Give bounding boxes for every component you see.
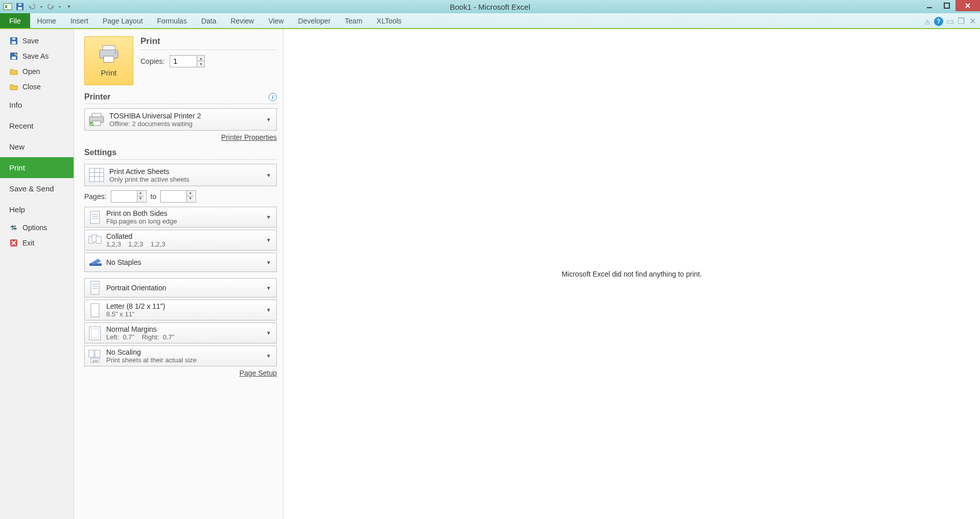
tab-xltools[interactable]: XLTools	[370, 13, 409, 28]
svg-point-19	[115, 52, 116, 53]
info-icon[interactable]: i	[269, 93, 277, 101]
margins-sub: Left: 0.7" Right: 0.7"	[106, 333, 260, 341]
ribbon-window-minimize-icon[interactable]: ▭	[945, 17, 954, 26]
staples-dropdown[interactable]: No Staples ▼	[84, 253, 277, 272]
settings-heading-label: Settings	[84, 148, 116, 157]
tab-home[interactable]: Home	[30, 13, 63, 28]
qat-dropdown-icon[interactable]: ▾	[57, 1, 62, 12]
svg-rect-41	[91, 304, 99, 317]
ribbon-window-restore-icon[interactable]: ❐	[957, 17, 966, 26]
minimize-ribbon-icon[interactable]: ◬	[923, 17, 932, 26]
sidebar-item-recent[interactable]: Recent	[0, 115, 74, 136]
minimize-button[interactable]	[921, 0, 938, 11]
sidebar-item-exit[interactable]: Exit	[0, 235, 74, 251]
paper-title: Letter (8 1/2 x 11")	[106, 302, 260, 310]
staples-title: No Staples	[106, 258, 260, 266]
duplex-icon	[88, 210, 102, 225]
svg-rect-29	[90, 211, 100, 224]
settings-section-header: Settings	[84, 148, 277, 160]
sidebar-item-save[interactable]: Save	[0, 33, 74, 48]
tab-view[interactable]: View	[261, 13, 291, 28]
pages-to-label: to	[151, 192, 157, 201]
sidebar-item-options[interactable]: Options	[0, 220, 74, 235]
tab-team[interactable]: Team	[338, 13, 369, 28]
copies-input[interactable]: ▲ ▼	[170, 55, 205, 67]
copies-field[interactable]	[170, 56, 197, 66]
scaling-sub: Print sheets at their actual size	[106, 356, 260, 364]
pages-to-input[interactable]: ▲▼	[160, 190, 196, 203]
window-controls	[921, 0, 980, 13]
ribbon-window-close-icon[interactable]: ✕	[968, 17, 977, 26]
printer-properties-link[interactable]: Printer Properties	[221, 133, 277, 141]
options-icon	[9, 223, 18, 232]
sidebar-item-label: Save As	[22, 52, 49, 60]
tab-page-layout[interactable]: Page Layout	[95, 13, 150, 28]
chevron-down-icon: ▼	[264, 172, 273, 178]
sidebar-item-save-as[interactable]: Save As	[0, 48, 74, 64]
scaling-icon: 100	[88, 349, 102, 363]
chevron-down-icon: ▼	[264, 307, 273, 313]
pages-to-field[interactable]	[161, 191, 186, 202]
save-icon[interactable]	[14, 1, 26, 12]
qat-customize-icon[interactable]: ▼	[63, 1, 75, 12]
print-what-dropdown[interactable]: Print Active Sheets Only print the activ…	[84, 164, 277, 186]
scaling-dropdown[interactable]: 100 No Scaling Print sheets at their act…	[84, 345, 277, 366]
svg-rect-4	[927, 7, 932, 8]
tab-insert[interactable]: Insert	[63, 13, 95, 28]
sidebar-item-close[interactable]: Close	[0, 79, 74, 94]
duplex-dropdown[interactable]: Print on Both Sides Flip pages on long e…	[84, 207, 277, 228]
orientation-dropdown[interactable]: Portrait Orientation ▼	[84, 278, 277, 298]
maximize-button[interactable]	[938, 0, 955, 11]
sidebar-item-label: Close	[22, 83, 41, 91]
copies-label: Copies:	[140, 57, 164, 65]
sidebar-item-label: Save & Send	[9, 184, 54, 193]
pages-from-input[interactable]: ▲▼	[111, 190, 147, 203]
sidebar-item-label: New	[9, 142, 25, 151]
print-heading: Print	[140, 36, 277, 50]
tab-formulas[interactable]: Formulas	[150, 13, 194, 28]
exit-icon	[9, 238, 18, 248]
spinner-down-icon[interactable]: ▼	[187, 196, 194, 202]
stapler-icon	[88, 255, 102, 269]
printer-section-header: Printer i	[84, 92, 277, 104]
svg-rect-35	[96, 236, 101, 243]
copies-up-icon[interactable]: ▲	[197, 56, 204, 61]
print-what-sub: Only print the active sheets	[109, 176, 260, 183]
sidebar-item-label: Help	[9, 205, 25, 214]
sidebar-item-open[interactable]: Open	[0, 64, 74, 79]
sidebar-item-info[interactable]: Info	[0, 94, 74, 115]
help-icon[interactable]: ?	[934, 17, 943, 26]
backstage-sidebar: Save Save As Open Close Info Recent New …	[0, 29, 74, 519]
tab-review[interactable]: Review	[224, 13, 261, 28]
redo-icon[interactable]	[45, 1, 56, 12]
undo-icon[interactable]	[27, 1, 38, 12]
tab-developer[interactable]: Developer	[291, 13, 338, 28]
copies-down-icon[interactable]: ▼	[197, 61, 204, 67]
print-button[interactable]: Print	[84, 36, 133, 85]
margins-dropdown[interactable]: Normal Margins Left: 0.7" Right: 0.7" ▼	[84, 323, 277, 343]
print-preview-area: Microsoft Excel did not find anything to…	[283, 29, 980, 519]
file-tab[interactable]: File	[0, 13, 30, 28]
page-setup-link[interactable]: Page Setup	[240, 369, 277, 377]
sidebar-item-help[interactable]: Help	[0, 199, 74, 220]
spinner-down-icon[interactable]: ▼	[137, 196, 144, 202]
spinner-up-icon[interactable]: ▲	[137, 191, 144, 196]
printer-dropdown[interactable]: TOSHIBA Universal Printer 2 Offline: 2 d…	[84, 108, 277, 131]
svg-rect-14	[13, 228, 17, 229]
print-button-label: Print	[101, 68, 117, 77]
sidebar-item-label: Open	[22, 67, 40, 76]
sidebar-item-new[interactable]: New	[0, 136, 74, 157]
title-bar: ▾ ▾ ▼ Book1 - Microsoft Excel	[0, 0, 980, 13]
qat-dropdown-icon[interactable]: ▾	[39, 1, 44, 12]
print-panel: Print Print Copies: ▲ ▼ Printer	[74, 29, 283, 519]
sidebar-item-save-send[interactable]: Save & Send	[0, 178, 74, 199]
spinner-up-icon[interactable]: ▲	[187, 191, 194, 196]
paper-size-dropdown[interactable]: Letter (8 1/2 x 11") 8.5" x 11" ▼	[84, 300, 277, 320]
tab-data[interactable]: Data	[194, 13, 224, 28]
preview-empty-message: Microsoft Excel did not find anything to…	[562, 270, 702, 278]
pages-from-field[interactable]	[111, 191, 137, 202]
collate-dropdown[interactable]: Collated 1,2,3 1,2,3 1,2,3 ▼	[84, 230, 277, 251]
svg-rect-42	[89, 327, 101, 340]
sidebar-item-print[interactable]: Print	[0, 157, 74, 178]
close-button[interactable]	[955, 0, 980, 11]
